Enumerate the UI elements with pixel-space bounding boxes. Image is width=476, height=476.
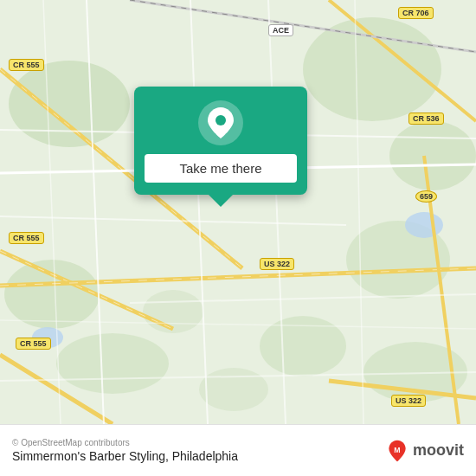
moovit-logo: M moovit [385, 439, 464, 463]
svg-point-6 [56, 333, 169, 394]
road-label-us322-br: US 322 [391, 395, 426, 407]
svg-point-11 [405, 212, 443, 238]
road-label-ace: ACE [268, 24, 293, 36]
svg-point-5 [4, 260, 100, 329]
map-container: CR 706 CR 555 CR 536 659 CR 555 US 322 C… [0, 0, 476, 424]
bottom-bar: © OpenStreetMap contributors Simmermon's… [0, 424, 476, 476]
svg-point-36 [215, 115, 226, 125]
road-label-us322: US 322 [260, 258, 294, 270]
take-me-there-button[interactable]: Take me there [145, 154, 297, 183]
road-label-659: 659 [415, 190, 437, 203]
road-label-cr536: CR 536 [408, 113, 444, 125]
moovit-logo-icon: M [385, 439, 409, 463]
location-pin-icon [208, 107, 234, 138]
moovit-text: moovit [413, 441, 464, 460]
road-label-cr555-bl: CR 555 [16, 338, 51, 350]
bottom-info: © OpenStreetMap contributors Simmermon's… [12, 438, 238, 463]
road-label-cr555-tl: CR 555 [9, 59, 44, 71]
svg-point-1 [9, 61, 130, 147]
road-label-cr706: CR 706 [398, 7, 434, 19]
popup-card: Take me there [134, 87, 307, 195]
road-label-cr555-ml: CR 555 [9, 232, 44, 244]
map-svg [0, 0, 476, 424]
place-name: Simmermon's Barber Styling, Philadelphia [12, 449, 238, 463]
location-icon-circle [198, 100, 243, 145]
svg-text:M: M [394, 445, 400, 453]
svg-point-2 [303, 17, 441, 121]
copyright-text: © OpenStreetMap contributors [12, 438, 238, 447]
svg-point-8 [199, 368, 268, 411]
svg-point-3 [389, 121, 476, 190]
